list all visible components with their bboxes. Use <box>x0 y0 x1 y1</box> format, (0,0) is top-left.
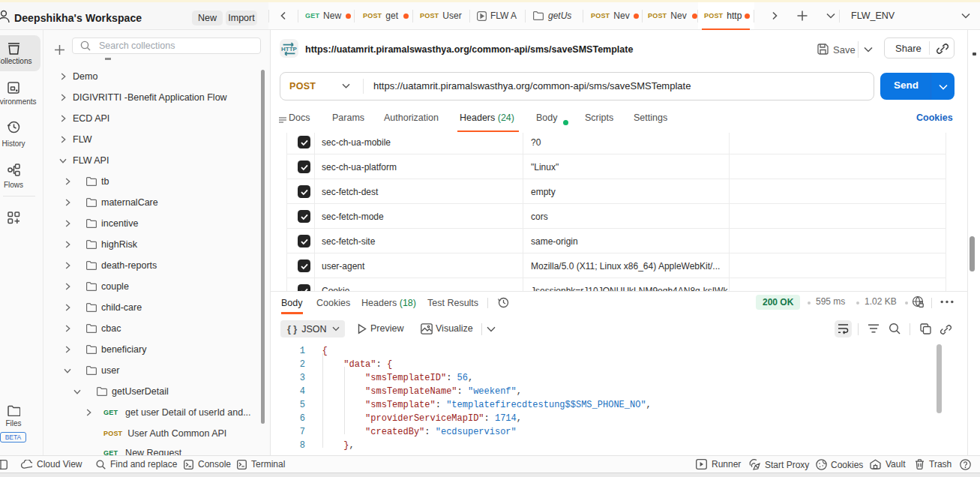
svg-text:HTTP: HTTP <box>281 46 298 52</box>
